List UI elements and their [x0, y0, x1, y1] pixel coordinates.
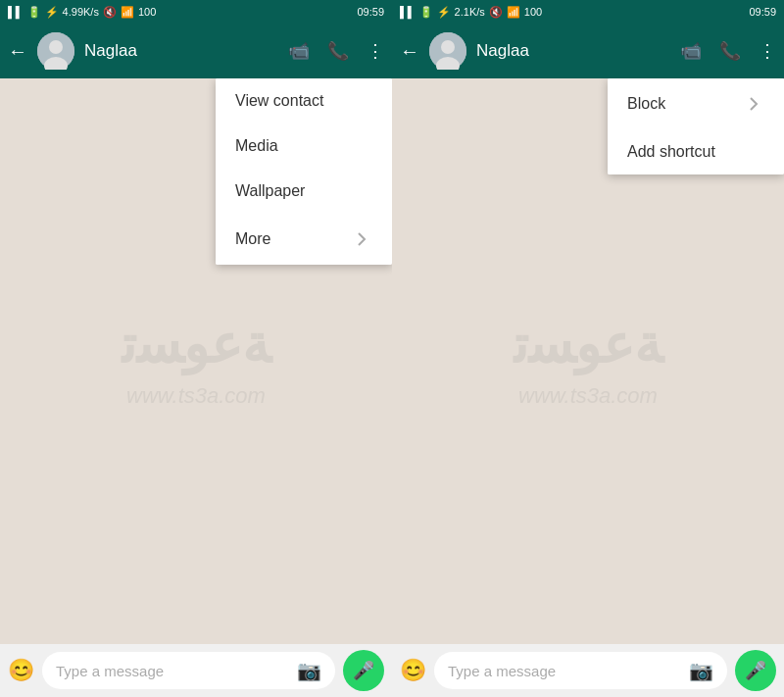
right-input-area: 😊 Type a message 📷 🎤 — [392, 644, 784, 697]
right-menu-block[interactable]: Block — [608, 78, 784, 129]
left-contact-name[interactable]: Naglaa — [84, 41, 278, 61]
left-more-icon[interactable]: ⋮ — [367, 40, 384, 62]
right-camera-icon[interactable]: 📷 — [689, 659, 713, 682]
right-message-input-wrapper[interactable]: Type a message 📷 — [434, 652, 727, 689]
right-message-input-inner: Type a message 📷 — [448, 659, 713, 682]
right-mic-icon: 🎤 — [745, 660, 766, 681]
right-toolbar-icons: 📹 📞 ⋮ — [680, 40, 776, 62]
left-chat-area: ﺔﻋﻮﺴﺗ www.ts3a.com View contact Media Wa… — [0, 78, 392, 644]
right-watermark-url: www.ts3a.com — [518, 383, 658, 409]
left-wifi-icon: 📶 — [121, 6, 134, 19]
svg-point-4 — [441, 40, 455, 54]
right-phone-panel: ▌▌ 🔋 ⚡ 2.1K/s 🔇 📶 100 09:59 ← Naglaa 📹 📞… — [392, 0, 784, 697]
left-usb-icon: ⚡ — [45, 6, 59, 19]
left-menu-more[interactable]: More — [216, 214, 392, 265]
right-usb-icon: ⚡ — [437, 6, 451, 19]
right-call-icon[interactable]: 📞 — [719, 40, 741, 62]
right-more-icon[interactable]: ⋮ — [759, 40, 776, 62]
left-phone-panel: ▌▌ 🔋 ⚡ 4.99K/s 🔇 📶 100 09:59 ← Naglaa 📹 … — [0, 0, 392, 697]
left-status-right: 09:59 — [357, 6, 384, 18]
right-watermark-arabic: ﺔﻋﻮﺴﺗ — [514, 314, 662, 375]
left-time: 09:59 — [357, 6, 384, 18]
left-battery-icon: 🔋 — [27, 6, 41, 19]
left-watermark-arabic: ﺔﻋﻮﺴﺗ — [122, 314, 270, 375]
right-status-bar: ▌▌ 🔋 ⚡ 2.1K/s 🔇 📶 100 09:59 — [392, 0, 784, 24]
left-message-input-inner: Type a message 📷 — [56, 659, 321, 682]
right-contact-name[interactable]: Naglaa — [476, 41, 670, 61]
left-watermark-url: www.ts3a.com — [126, 383, 266, 409]
right-battery-level: 100 — [524, 6, 542, 18]
left-menu-wallpaper[interactable]: Wallpaper — [216, 169, 392, 214]
right-wifi-icon: 📶 — [507, 6, 520, 19]
left-mic-button[interactable]: 🎤 — [343, 650, 384, 691]
left-message-input-wrapper[interactable]: Type a message 📷 — [42, 652, 335, 689]
left-back-button[interactable]: ← — [8, 40, 27, 63]
right-status-left: ▌▌ 🔋 ⚡ 2.1K/s 🔇 📶 100 — [400, 6, 542, 19]
left-toolbar: ← Naglaa 📹 📞 ⋮ — [0, 24, 392, 78]
left-battery-level: 100 — [138, 6, 156, 18]
right-video-call-icon[interactable]: 📹 — [680, 40, 702, 62]
right-menu-add-shortcut[interactable]: Add shortcut — [608, 129, 784, 174]
right-dropdown-menu: Block Add shortcut — [608, 78, 784, 174]
right-battery-icon: 🔋 — [419, 6, 433, 19]
left-more-chevron-icon — [349, 227, 372, 251]
right-time: 09:59 — [749, 6, 776, 18]
right-message-placeholder: Type a message — [448, 663, 556, 679]
right-avatar[interactable] — [429, 32, 466, 70]
left-video-call-icon[interactable]: 📹 — [288, 40, 310, 62]
right-mute-icon: 🔇 — [489, 6, 503, 19]
left-signal-icon: ▌▌ — [8, 6, 24, 18]
left-emoji-button[interactable]: 😊 — [8, 658, 34, 683]
left-toolbar-icons: 📹 📞 ⋮ — [288, 40, 384, 62]
left-camera-icon[interactable]: 📷 — [297, 659, 321, 682]
right-signal-icon: ▌▌ — [400, 6, 416, 18]
left-avatar[interactable] — [37, 32, 74, 70]
right-toolbar: ← Naglaa 📹 📞 ⋮ — [392, 24, 784, 78]
left-status-left: ▌▌ 🔋 ⚡ 4.99K/s 🔇 📶 100 — [8, 6, 156, 19]
left-dropdown-menu: View contact Media Wallpaper More — [216, 78, 392, 265]
left-speed: 4.99K/s — [63, 6, 99, 18]
left-message-placeholder: Type a message — [56, 663, 164, 679]
right-block-chevron-icon — [741, 92, 764, 116]
right-mic-button[interactable]: 🎤 — [735, 650, 776, 691]
right-emoji-button[interactable]: 😊 — [400, 658, 426, 683]
left-call-icon[interactable]: 📞 — [327, 40, 349, 62]
left-mic-icon: 🎤 — [353, 660, 374, 681]
left-mute-icon: 🔇 — [103, 6, 117, 19]
left-input-area: 😊 Type a message 📷 🎤 — [0, 644, 392, 697]
right-back-button[interactable]: ← — [400, 40, 419, 63]
left-menu-view-contact[interactable]: View contact — [216, 78, 392, 124]
right-chat-area: ﺔﻋﻮﺴﺗ www.ts3a.com Block Add shortcut — [392, 78, 784, 644]
right-status-right: 09:59 — [749, 6, 776, 18]
svg-point-1 — [49, 40, 63, 54]
left-status-bar: ▌▌ 🔋 ⚡ 4.99K/s 🔇 📶 100 09:59 — [0, 0, 392, 24]
right-speed: 2.1K/s — [455, 6, 485, 18]
left-menu-media[interactable]: Media — [216, 124, 392, 169]
